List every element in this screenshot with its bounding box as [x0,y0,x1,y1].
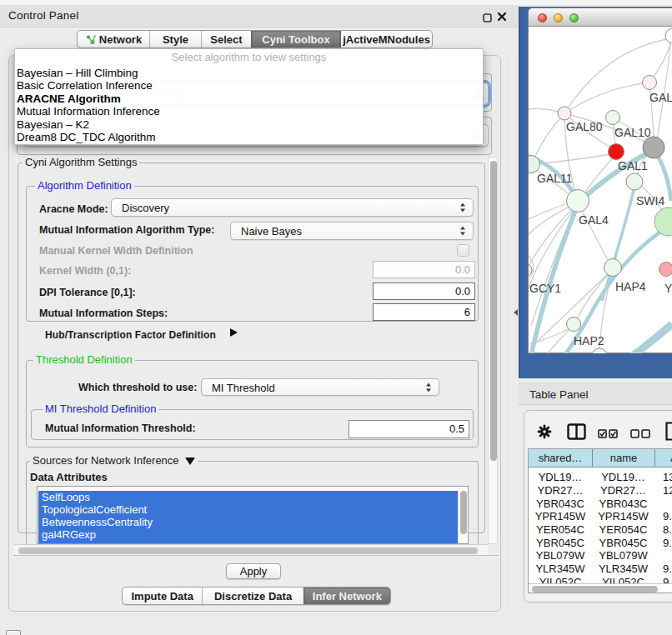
table-cell: YBR043C [529,497,592,510]
network-edge[interactable] [529,203,568,219]
document-icon[interactable] [665,422,672,445]
attribute-item[interactable]: gal4RGexp [38,528,459,541]
aracne-mode-label: Aracne Mode: [39,203,108,215]
dropdown-item[interactable]: Bayesian – Hill Climbing [15,67,483,79]
close-icon[interactable] [497,10,507,20]
minimized-panel-icon[interactable] [6,630,21,635]
network-edge-thick[interactable] [624,324,672,353]
dropdown-item[interactable]: ARACNE Algorithm [15,92,483,105]
table-row[interactable]: YDL19…YDL19…13 [529,471,672,484]
tab-select[interactable]: Select [201,31,251,48]
dropdown-item[interactable]: Dream8 DC_TDC Algorithm [15,131,483,143]
table-row[interactable]: YDR27…YDR27…12 [529,484,672,498]
traffic-close-icon[interactable] [538,13,547,22]
node-large-green[interactable] [654,208,672,236]
tab-network[interactable]: Network [78,31,149,48]
attributes-scrollbar-thumb[interactable] [460,491,467,534]
attribute-item[interactable]: SelfLoops [38,491,459,503]
table-row[interactable]: YBL079WYBL079W [529,549,672,562]
network-edge[interactable] [529,108,559,112]
network-edge[interactable] [578,203,609,263]
which-threshold-combobox[interactable]: MI Threshold [201,378,439,396]
network-edge[interactable] [564,82,649,113]
node-top-partial[interactable] [665,28,672,43]
settings-vertical-scrollbar[interactable] [488,157,498,544]
attribute-item[interactable]: TopologicalCoefficient [38,503,459,516]
traffic-zoom-icon[interactable] [569,13,579,22]
settings-horizontal-scrollbar[interactable] [14,544,488,555]
splitter-collapse-icon[interactable] [514,309,518,316]
table-hscrollbar-thumb[interactable] [532,586,658,592]
checked-pair-icon[interactable] [598,427,619,442]
node-gal1[interactable] [609,144,624,160]
table-horizontal-scrollbar[interactable] [529,583,672,593]
mi-threshold-field[interactable]: 0.5 [349,420,469,438]
tab-cyni-toolbox[interactable]: Cyni Toolbox [251,31,340,48]
node-bottom-partial[interactable] [592,348,607,353]
mi-algorithm-type-combobox[interactable]: Naive Bayes [230,222,474,240]
hub-definition-label[interactable]: Hub/Transcription Factor Definition [45,329,216,341]
node-large-gray[interactable] [643,137,664,158]
table-row[interactable]: YPR145WYPR145W9. [529,510,672,523]
gear-icon[interactable] [537,424,552,442]
network-edge[interactable] [576,270,613,321]
algorithm-definition-label: Algorithm Definition [35,180,134,191]
sources-collapse-icon[interactable] [185,458,195,465]
node-hap2[interactable] [567,318,581,332]
node-gal4[interactable] [567,190,589,212]
network-edge[interactable] [534,153,616,164]
tab-infer-network[interactable]: Infer Network [303,588,390,604]
dropdown-item[interactable]: Basic Correlation Inference [15,79,483,92]
unchecked-pair-icon[interactable] [630,427,651,442]
settings-hscrollbar-thumb[interactable] [18,548,478,554]
kernel-width-field[interactable]: 0.0 [373,261,475,278]
tab-style[interactable]: Style [149,31,201,48]
table-row[interactable]: YIL052CYIL052C9. [529,575,672,583]
tab-jactivemnodules[interactable]: jActiveMNodules [340,31,432,48]
column-header[interactable]: A [654,449,672,467]
attribute-item[interactable]: BetweennessCentrality [38,516,459,528]
dropdown-item[interactable]: Mutual Information Inference [15,105,483,118]
node-hap4[interactable] [604,259,622,277]
network-edge[interactable] [533,113,564,162]
network-edge[interactable] [657,38,671,139]
mi-steps-field[interactable]: 6 [373,303,475,321]
combo-arrows-icon [460,203,466,212]
settings-vscrollbar-thumb[interactable] [490,161,497,461]
network-edge[interactable] [529,203,578,266]
node-gal10[interactable] [606,111,620,125]
dropdown-item[interactable]: Bayesian – K2 [15,118,483,131]
table-row[interactable]: YER054CYER054C8. [529,523,672,537]
table-row[interactable]: YBR045CYBR045C9. [529,536,672,549]
node-gal4-label: GAL4 [579,213,609,227]
split-columns-icon[interactable] [567,423,586,443]
threshold-definition-label: Threshold Definition [33,354,135,365]
node-gal2[interactable] [643,76,657,90]
table-cell: YBR045C [529,536,592,549]
tab-impute-data[interactable]: Impute Data [123,588,202,604]
table-row[interactable]: YBR043CYBR043C [529,497,672,510]
network-view-window: GAL2GAL80GAL10GAL1GAL11SWI4GAL4GCY1HAP4Y… [528,8,672,353]
table-panel-title: Table Panel [529,388,589,401]
node-gal80[interactable] [558,107,571,120]
attributes-list-scrollbar[interactable] [458,488,467,544]
table-row[interactable]: YLR345WYLR345W9. [529,562,672,576]
network-window-titlebar[interactable] [529,8,672,27]
dpi-tolerance-field[interactable]: 0.0 [373,282,475,300]
column-header[interactable]: name [592,449,654,467]
node-salmon[interactable] [659,262,672,277]
table-cell: YDR27… [529,484,592,498]
manual-kernel-width-checkbox[interactable] [457,244,469,257]
data-attributes-list[interactable]: SelfLoopsTopologicalCoefficientBetweenne… [37,486,469,544]
traffic-minimize-icon[interactable] [554,13,563,22]
hub-expand-icon[interactable] [230,328,238,337]
node-swi4[interactable] [626,173,643,190]
network-canvas[interactable]: GAL2GAL80GAL10GAL1GAL11SWI4GAL4GCY1HAP4Y… [529,27,672,353]
table-cell: 9. [654,575,672,583]
aracne-mode-combobox[interactable]: Discovery [111,198,474,217]
float-window-icon[interactable] [483,11,492,20]
algorithm-dropdown-popup: Select algorithm to view settings Bayesi… [14,48,484,145]
tab-discretize-data[interactable]: Discretize Data [202,588,303,604]
column-header[interactable]: shared… [529,449,592,467]
apply-button[interactable]: Apply [226,563,281,579]
